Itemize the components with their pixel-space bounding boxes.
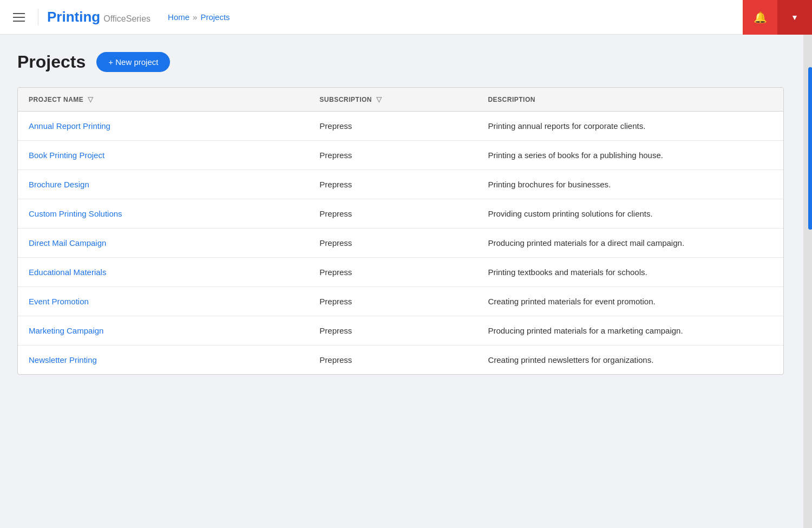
table-row: Marketing CampaignPrepressProducing prin…: [18, 316, 783, 346]
bell-icon: 🔔: [754, 11, 767, 24]
filter-icon-project-name[interactable]: ▽: [88, 95, 94, 103]
column-header-description: DESCRIPTION: [477, 88, 783, 112]
project-name-cell: Educational Materials: [18, 258, 309, 287]
logo-section: Printing OfficeSeries: [38, 9, 150, 25]
subscription-cell: Prepress: [309, 199, 477, 229]
table-row: Book Printing ProjectPrepressPrinting a …: [18, 141, 783, 170]
project-link[interactable]: Brochure Design: [29, 180, 89, 189]
breadcrumb-home[interactable]: Home: [168, 12, 189, 22]
project-link[interactable]: Marketing Campaign: [29, 326, 103, 335]
main-content: Projects + New project PROJECT NAME ▽ SU…: [0, 35, 812, 392]
project-name-cell: Marketing Campaign: [18, 316, 309, 346]
table-row: Brochure DesignPrepressPrinting brochure…: [18, 170, 783, 199]
project-link[interactable]: Educational Materials: [29, 268, 106, 277]
description-cell: Providing custom printing solutions for …: [477, 199, 783, 229]
description-cell: Printing a series of books for a publish…: [477, 141, 783, 170]
hamburger-button[interactable]: [9, 9, 29, 26]
table-body: Annual Report PrintingPrepressPrinting a…: [18, 112, 783, 375]
subscription-cell: Prepress: [309, 229, 477, 258]
project-link[interactable]: Event Promotion: [29, 297, 89, 306]
projects-table: PROJECT NAME ▽ SUBSCRIPTION ▽ DESCRIPTIO…: [18, 88, 783, 374]
notification-button[interactable]: 🔔: [743, 0, 777, 35]
project-name-cell: Annual Report Printing: [18, 112, 309, 141]
header-actions: 🔔 ▼: [743, 0, 812, 34]
description-cell: Creating printed materials for event pro…: [477, 287, 783, 316]
project-link[interactable]: Newsletter Printing: [29, 355, 97, 364]
table-row: Annual Report PrintingPrepressPrinting a…: [18, 112, 783, 141]
project-link[interactable]: Annual Report Printing: [29, 121, 110, 131]
app-header: Printing OfficeSeries Home » Projects 🔔 …: [0, 0, 812, 35]
description-cell: Printing brochures for businesses.: [477, 170, 783, 199]
scrollbar-track: [806, 35, 809, 528]
description-cell: Printing annual reports for corporate cl…: [477, 112, 783, 141]
filter-icon-subscription[interactable]: ▽: [376, 95, 382, 103]
user-dropdown-button[interactable]: ▼: [777, 0, 812, 35]
description-cell: Producing printed materials for a direct…: [477, 229, 783, 258]
subscription-cell: Prepress: [309, 346, 477, 375]
column-label-project-name: PROJECT NAME: [29, 96, 83, 103]
projects-table-container: PROJECT NAME ▽ SUBSCRIPTION ▽ DESCRIPTIO…: [17, 87, 784, 375]
column-label-subscription: SUBSCRIPTION: [319, 96, 372, 103]
subscription-cell: Prepress: [309, 258, 477, 287]
logo-officeseries: OfficeSeries: [103, 14, 150, 24]
description-cell: Creating printed newsletters for organiz…: [477, 346, 783, 375]
project-name-cell: Book Printing Project: [18, 141, 309, 170]
subscription-cell: Prepress: [309, 287, 477, 316]
new-project-button[interactable]: + New project: [96, 52, 170, 72]
table-row: Custom Printing SolutionsPrepressProvidi…: [18, 199, 783, 229]
table-row: Newsletter PrintingPrepressCreating prin…: [18, 346, 783, 375]
breadcrumb-current: Projects: [200, 12, 230, 22]
column-header-subscription: SUBSCRIPTION ▽: [309, 88, 477, 112]
table-row: Event PromotionPrepressCreating printed …: [18, 287, 783, 316]
table-row: Educational MaterialsPrepressPrinting te…: [18, 258, 783, 287]
subscription-cell: Prepress: [309, 170, 477, 199]
table-row: Direct Mail CampaignPrepressProducing pr…: [18, 229, 783, 258]
project-name-cell: Brochure Design: [18, 170, 309, 199]
page-header: Projects + New project: [17, 52, 795, 72]
description-cell: Printing textbooks and materials for sch…: [477, 258, 783, 287]
column-label-description: DESCRIPTION: [488, 96, 535, 103]
scrollbar[interactable]: [803, 35, 812, 528]
project-link[interactable]: Custom Printing Solutions: [29, 209, 122, 218]
logo-printing: Printing: [47, 9, 100, 25]
subscription-cell: Prepress: [309, 112, 477, 141]
project-name-cell: Direct Mail Campaign: [18, 229, 309, 258]
page-title: Projects: [17, 52, 86, 72]
subscription-cell: Prepress: [309, 141, 477, 170]
project-link[interactable]: Direct Mail Campaign: [29, 238, 106, 247]
subscription-cell: Prepress: [309, 316, 477, 346]
chevron-down-icon: ▼: [791, 13, 798, 22]
project-name-cell: Custom Printing Solutions: [18, 199, 309, 229]
column-header-project-name: PROJECT NAME ▽: [18, 88, 309, 112]
description-cell: Producing printed materials for a market…: [477, 316, 783, 346]
project-name-cell: Event Promotion: [18, 287, 309, 316]
table-header-row: PROJECT NAME ▽ SUBSCRIPTION ▽ DESCRIPTIO…: [18, 88, 783, 112]
project-link[interactable]: Book Printing Project: [29, 151, 104, 160]
breadcrumb: Home » Projects: [168, 12, 230, 22]
scrollbar-thumb[interactable]: [808, 67, 812, 230]
project-name-cell: Newsletter Printing: [18, 346, 309, 375]
breadcrumb-separator: »: [193, 12, 197, 22]
